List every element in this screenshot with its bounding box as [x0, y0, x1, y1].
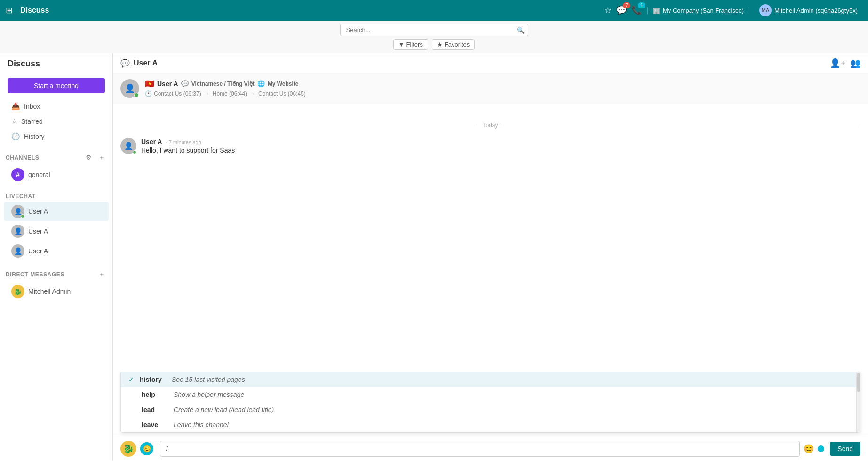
chat-input[interactable]	[160, 441, 800, 457]
messages-area: Today 👤 User A · 7 minutes ago Hello, I …	[113, 104, 868, 372]
msg-sender: User A	[141, 138, 162, 146]
user-website: My Website	[268, 81, 299, 87]
company-building-icon: 🏢	[653, 7, 660, 14]
command-name-leave: leave	[142, 421, 170, 429]
dm-name-mitchell: Mitchell Admin	[28, 288, 71, 295]
sidebar-nav: 📥 Inbox ☆ Starred 🕐 History	[0, 99, 112, 144]
sidebar-title: Discuss	[8, 59, 105, 69]
chat-user-icon: 👤	[125, 83, 135, 94]
user-info-details: 🇻🇳 User A 💬 Vietnamese / Tiếng Việt 🌐 My…	[145, 79, 306, 97]
user-history: 🕐 Contact Us (06:37) → Home (06:44) → Co…	[145, 90, 306, 97]
livechat-item-1[interactable]: 👤 User A	[4, 222, 109, 241]
command-suggestions: ✓ history See 15 last visited pages help…	[120, 372, 860, 433]
chat-user-status-dot	[134, 93, 139, 97]
filters-button[interactable]: ▼ Filters	[393, 39, 428, 50]
sidebar: Discuss Start a meeting 📥 Inbox ☆ Starre…	[0, 53, 113, 461]
message-status-dot	[133, 150, 136, 154]
user-avatar: MA	[759, 4, 772, 16]
arrow-2: →	[250, 90, 255, 97]
main-layout: Discuss Start a meeting 📥 Inbox ☆ Starre…	[0, 53, 868, 461]
search-input[interactable]	[340, 24, 528, 36]
user-icon-2: 👤	[14, 247, 22, 255]
user-flag-icon: 🇻🇳	[145, 79, 154, 88]
star-filter-icon: ★	[437, 41, 443, 48]
sidebar-item-inbox[interactable]: 📥 Inbox	[4, 99, 109, 113]
date-divider: Today	[120, 121, 860, 129]
apps-icon[interactable]: ⊞	[6, 5, 13, 16]
emoji-button[interactable]: 😊	[804, 444, 814, 454]
scrollbar-thumb[interactable]	[857, 373, 860, 392]
starred-icon: ☆	[11, 117, 17, 126]
message-header: User A · 7 minutes ago	[141, 138, 860, 146]
starred-label: Starred	[21, 118, 43, 125]
search-filters: ▼ Filters ★ Favorites	[393, 36, 475, 53]
channels-section-title: CHANNELS	[6, 154, 39, 161]
chat-header: 💬 User A 👤+ 👥	[113, 53, 868, 73]
command-item-leave[interactable]: leave Leave this channel	[121, 417, 860, 432]
search-input-wrap: 🔍	[340, 24, 528, 36]
channels-section-header: CHANNELS ⚙ ＋	[0, 148, 112, 165]
sidebar-item-history[interactable]: 🕐 History	[4, 129, 109, 144]
user-language-icon: 💬	[181, 80, 189, 87]
message-row: 👤 User A · 7 minutes ago Hello, I want t…	[120, 138, 860, 154]
send-button[interactable]: Send	[830, 442, 860, 456]
add-user-button[interactable]: 👤+	[830, 58, 845, 68]
phone-icon-btn[interactable]: 📞 1	[631, 5, 642, 16]
msg-text: Hello, I want to support for Saas	[141, 146, 860, 154]
livechat-section-header: LIVECHAT	[0, 188, 112, 202]
start-meeting-button[interactable]: Start a meeting	[8, 78, 105, 93]
app-title: Discuss	[20, 6, 598, 15]
command-item-lead[interactable]: lead Create a new lead (/lead lead title…	[121, 402, 860, 417]
livechat-avatar-1: 👤	[11, 225, 24, 238]
sidebar-header: Discuss	[0, 53, 112, 74]
command-desc-leave: Leave this channel	[174, 421, 229, 429]
history-page-2: Home (06:44)	[213, 90, 247, 97]
arrow-1: →	[204, 90, 210, 97]
history-page-3: Contact Us (06:45)	[258, 90, 306, 97]
chat-bubble-icon: 💬	[120, 59, 130, 68]
dm-add-icon[interactable]: ＋	[96, 269, 107, 280]
search-icon[interactable]: 🔍	[517, 26, 525, 34]
filter-icon: ▼	[398, 41, 405, 48]
channel-general-label: general	[28, 171, 50, 178]
livechat-avatar-2: 👤	[11, 244, 24, 258]
chat-title: User A	[134, 59, 158, 67]
command-desc-help: Show a helper message	[174, 391, 244, 398]
history-label: History	[24, 133, 45, 140]
command-name-history: history	[140, 376, 168, 383]
command-item-help[interactable]: help Show a helper message	[121, 387, 860, 402]
chat-badge: 7	[623, 2, 630, 8]
input-sender-avatar: 🐉	[120, 441, 136, 457]
chat-header-left: 💬 User A	[120, 59, 158, 68]
livechat-item-2[interactable]: 👤 User A	[4, 242, 109, 260]
direct-messages-section-title: DIRECT MESSAGES	[6, 271, 64, 278]
search-bar: 🔍 ▼ Filters ★ Favorites	[0, 21, 868, 53]
livechat-item-0[interactable]: 👤 User A	[4, 202, 109, 221]
chat-icon-btn[interactable]: 💬 7	[616, 5, 627, 16]
channels-add-icon[interactable]: ＋	[96, 153, 107, 163]
phone-badge: 1	[638, 2, 645, 8]
sidebar-item-starred[interactable]: ☆ Starred	[4, 114, 109, 129]
input-wrap: 😊	[140, 442, 156, 455]
member-settings-icon[interactable]: 👥	[850, 58, 860, 68]
user-language: Vietnamese / Tiếng Việt	[191, 81, 255, 87]
user-info[interactable]: MA Mitchell Admin (sq6ha26gty5x)	[755, 4, 862, 16]
favorites-button[interactable]: ★ Favorites	[432, 39, 475, 50]
company-name: My Company (San Francisco)	[663, 7, 744, 14]
dm-avatar-mitchell: 🐉	[11, 285, 24, 298]
command-item-history[interactable]: ✓ history See 15 last visited pages	[121, 372, 860, 387]
star-icon: ☆	[604, 6, 612, 15]
star-icon-btn[interactable]: ☆	[604, 5, 612, 16]
nav-icons: ☆ 💬 7 📞 1	[604, 5, 642, 16]
dm-item-mitchell[interactable]: 🐉 Mitchell Admin	[4, 282, 109, 301]
check-icon: ✓	[128, 376, 134, 383]
channels-section-actions: ⚙ ＋	[84, 153, 107, 163]
livechat-avatar-0: 👤	[11, 205, 24, 218]
channel-item-general[interactable]: # general	[4, 165, 109, 184]
user-website-icon: 🌐	[257, 80, 265, 87]
message-content: User A · 7 minutes ago Hello, I want to …	[141, 138, 860, 154]
top-navigation: ⊞ Discuss ☆ 💬 7 📞 1 🏢 My Company (San Fr…	[0, 0, 868, 21]
channels-settings-icon[interactable]: ⚙	[84, 153, 94, 163]
command-desc-history: See 15 last visited pages	[172, 376, 245, 383]
scrollbar-track	[856, 372, 860, 432]
